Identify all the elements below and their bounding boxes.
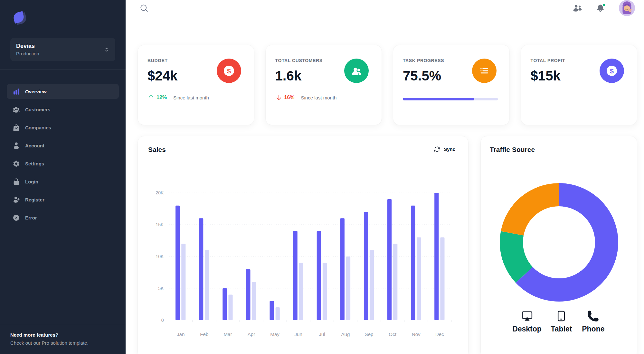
users-icon (350, 65, 363, 77)
sidebar-item-label: Register (25, 197, 44, 202)
desktop-icon (521, 310, 533, 322)
sync-button[interactable]: Sync (434, 146, 455, 153)
sidebar-item-settings[interactable]: Settings (7, 156, 119, 171)
budget-card: BUDGET $24k $ 12% Since last month (138, 45, 254, 125)
gear-icon (13, 160, 20, 167)
customers-trend-value: 16% (284, 95, 295, 100)
svg-text:0: 0 (161, 318, 164, 323)
svg-text:Mar: Mar (223, 331, 232, 337)
workspace-environment: Production (16, 51, 39, 56)
svg-text:Jul: Jul (319, 331, 325, 337)
customers-trend-caption: Since last month (301, 95, 337, 100)
total-profit-card: TOTAL PROFIT $15k $ (521, 45, 637, 125)
traffic-devices-legend: Desktop Tablet Phone (490, 310, 628, 333)
svg-text:Nov: Nov (412, 331, 421, 337)
sidebar-item-label: Settings (25, 161, 44, 166)
traffic-source-title: Traffic Source (490, 146, 628, 154)
chevron-up-down-icon (104, 47, 109, 52)
sidebar-item-label: Companies (25, 125, 51, 130)
search-button[interactable] (140, 4, 148, 13)
svg-text:10K: 10K (156, 254, 164, 259)
app-logo (0, 0, 126, 26)
sales-card: Sales Sync 05K10K15K20KJanFebMarAprMayJu… (138, 136, 468, 354)
sidebar-item-login[interactable]: Login (7, 174, 119, 189)
refresh-icon (434, 146, 440, 153)
sidebar-item-label: Error (25, 215, 37, 220)
stats-row: BUDGET $24k $ 12% Since last month (138, 45, 637, 125)
sidebar-item-register[interactable]: Register (7, 192, 119, 207)
sidebar-nav: Overview Customers Companies Account Set… (0, 70, 126, 228)
sidebar-item-label: Customers (25, 107, 50, 112)
device-desktop: Desktop (512, 310, 542, 333)
svg-text:Dec: Dec (435, 331, 444, 337)
task-progress-card: TASK PROGRESS 75.5% (393, 45, 509, 125)
workspace-selector[interactable]: Devias Production (10, 38, 115, 61)
devias-logo-icon (11, 10, 26, 25)
list-icon (478, 65, 490, 77)
user-icon (13, 142, 20, 149)
sidebar-item-label: Login (25, 179, 38, 184)
avatar-image (619, 0, 635, 16)
notification-badge-dot (602, 3, 606, 7)
users-icon (13, 106, 20, 113)
notifications-button[interactable] (596, 4, 605, 13)
dollar-icon: $ (605, 64, 618, 77)
topbar (126, 0, 644, 16)
task-progress-bar (403, 98, 498, 100)
dashboard-content: BUDGET $24k $ 12% Since last month (126, 16, 644, 354)
sidebar-item-overview[interactable]: Overview (7, 84, 119, 99)
profit-icon-circle: $ (600, 59, 624, 83)
task-progress-icon-circle (472, 59, 497, 83)
svg-text:15K: 15K (156, 222, 164, 227)
device-tablet: Tablet (549, 310, 573, 333)
sales-card-header: Sales Sync (148, 146, 455, 154)
tablet-icon (555, 310, 567, 322)
dollar-icon: $ (223, 64, 235, 77)
sidebar-item-account[interactable]: Account (7, 138, 119, 153)
sales-title: Sales (148, 146, 166, 154)
svg-text:Feb: Feb (200, 331, 208, 337)
footer-title: Need more features? (10, 332, 115, 338)
svg-text:Jan: Jan (177, 331, 185, 337)
sales-bar-chart: 05K10K15K20KJanFebMarAprMayJunJulAugSepO… (148, 183, 455, 346)
user-plus-icon (13, 196, 20, 203)
sidebar-item-companies[interactable]: Companies (7, 120, 119, 135)
sidebar-item-customers[interactable]: Customers (7, 102, 119, 117)
lock-icon (13, 178, 20, 185)
device-desktop-label: Desktop (512, 325, 542, 333)
footer-pro-link[interactable]: Check out our Pro solution template. (10, 340, 115, 346)
sidebar-item-label: Account (25, 143, 44, 148)
phone-icon (587, 310, 599, 322)
workspace-name: Devias (16, 43, 39, 50)
svg-text:$: $ (227, 67, 231, 75)
svg-text:May: May (270, 331, 279, 337)
device-phone: Phone (581, 310, 605, 333)
charts-row: Sales Sync 05K10K15K20KJanFebMarAprMayJu… (138, 136, 637, 354)
sync-label: Sync (444, 146, 455, 152)
customers-icon-circle (344, 59, 369, 83)
sidebar-item-error[interactable]: Error (7, 210, 119, 225)
customers-trend: 16% Since last month (275, 94, 370, 101)
svg-text:Oct: Oct (389, 331, 396, 337)
users-icon (573, 4, 582, 13)
budget-trend-caption: Since last month (173, 95, 209, 100)
svg-text:Jun: Jun (295, 331, 302, 337)
x-circle-icon (13, 214, 20, 221)
sidebar-footer: Need more features? Check out our Pro so… (0, 325, 126, 354)
budget-icon-circle: $ (217, 59, 241, 83)
svg-text:20K: 20K (156, 190, 164, 195)
svg-text:Apr: Apr (248, 331, 255, 337)
shopping-bag-icon (13, 124, 20, 131)
search-icon (140, 4, 148, 13)
arrow-down-icon (275, 94, 282, 101)
traffic-donut-chart (490, 182, 628, 302)
traffic-source-card: Traffic Source Desktop (481, 136, 637, 354)
svg-text:Aug: Aug (341, 331, 350, 337)
user-avatar[interactable] (619, 0, 635, 16)
svg-text:5K: 5K (158, 286, 164, 291)
main-area: BUDGET $24k $ 12% Since last month (126, 0, 644, 354)
contacts-button[interactable] (573, 4, 582, 13)
svg-text:$: $ (610, 67, 614, 75)
total-customers-card: TOTAL CUSTOMERS 1.6k 16% Since last mont… (266, 45, 382, 125)
device-tablet-label: Tablet (551, 325, 572, 333)
